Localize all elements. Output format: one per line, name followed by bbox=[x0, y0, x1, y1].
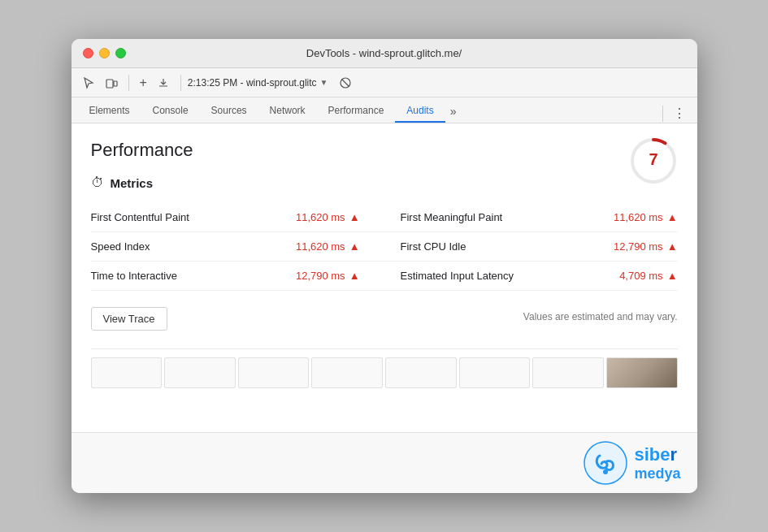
logo-container: siber medya bbox=[584, 441, 680, 485]
logo-medya-text: medya bbox=[634, 465, 680, 482]
section-title: Performance bbox=[91, 140, 678, 161]
metrics-header: ⏱ Metrics bbox=[91, 175, 678, 190]
download-button[interactable] bbox=[153, 73, 174, 93]
estimated-note: Values are estimated and may vary. bbox=[523, 311, 678, 322]
url-text: 2:13:25 PM - wind-sprout.glitc bbox=[188, 77, 317, 89]
url-display: 2:13:25 PM - wind-sprout.glitc ▼ bbox=[188, 77, 328, 89]
svg-rect-10 bbox=[614, 372, 662, 374]
timeline-cell-4 bbox=[311, 357, 383, 388]
logo-sibe-text: siber bbox=[634, 444, 680, 465]
metric-row-si: Speed Index 11,620 ms ▲ bbox=[91, 232, 384, 262]
tab-network[interactable]: Network bbox=[258, 100, 317, 123]
timeline-cell-6 bbox=[459, 357, 531, 388]
bottom-logo-area: siber medya bbox=[72, 432, 697, 493]
metric-row-fmp: First Meaningful Paint 11,620 ms ▲ bbox=[384, 203, 678, 232]
svg-line-3 bbox=[341, 79, 349, 86]
view-trace-button[interactable]: View Trace bbox=[91, 307, 167, 331]
score-svg: 7 bbox=[629, 136, 678, 185]
tab-audits[interactable]: Audits bbox=[395, 100, 445, 123]
metric-name-fcp: First Contentful Paint bbox=[91, 211, 189, 223]
cursor-tool-button[interactable] bbox=[78, 73, 99, 93]
warning-icon-fci: ▲ bbox=[667, 240, 678, 253]
svg-rect-12 bbox=[655, 364, 670, 374]
timeline-cell-5 bbox=[385, 357, 457, 388]
logo-icon bbox=[584, 441, 627, 485]
tab-sources[interactable]: Sources bbox=[200, 100, 258, 123]
score-value: 7 bbox=[649, 150, 657, 168]
svg-rect-1 bbox=[114, 81, 117, 86]
titlebar: DevTools - wind-sprout.glitch.me/ bbox=[72, 39, 697, 68]
add-button[interactable]: + bbox=[136, 72, 151, 93]
tabs-separator bbox=[662, 106, 663, 122]
close-button[interactable] bbox=[83, 48, 93, 58]
main-content: Performance 7 ⏱ Metrics First Contentful… bbox=[72, 123, 697, 432]
more-tabs-button[interactable]: » bbox=[445, 100, 462, 123]
cursor-icon bbox=[82, 76, 95, 89]
metric-value-fmp: 11,620 ms ▲ bbox=[614, 211, 678, 223]
metrics-clock-icon: ⏱ bbox=[91, 175, 104, 190]
logo-text: siber medya bbox=[634, 444, 680, 482]
window-title: DevTools - wind-sprout.glitch.me/ bbox=[306, 47, 462, 59]
metric-row-fci: First CPU Idle 12,790 ms ▲ bbox=[384, 232, 678, 262]
metric-value-tti: 12,790 ms ▲ bbox=[296, 270, 360, 282]
screenshot-preview bbox=[607, 358, 677, 387]
timeline-cell-screenshot bbox=[606, 357, 678, 388]
metric-name-eil: Estimated Input Latency bbox=[401, 270, 514, 282]
svg-rect-0 bbox=[106, 80, 113, 88]
metric-name-fci: First CPU Idle bbox=[401, 240, 466, 253]
metric-row-fcp: First Contentful Paint 11,620 ms ▲ bbox=[91, 203, 384, 232]
block-icon bbox=[339, 76, 352, 89]
score-circle: 7 bbox=[629, 136, 678, 185]
toolbar-separator bbox=[128, 75, 129, 91]
timeline-cell-7 bbox=[532, 357, 604, 388]
metric-name-fmp: First Meaningful Paint bbox=[401, 211, 503, 223]
tab-performance[interactable]: Performance bbox=[317, 100, 396, 123]
metric-row-eil: Estimated Input Latency 4,709 ms ▲ bbox=[384, 262, 678, 291]
warning-icon-tti: ▲ bbox=[349, 270, 360, 282]
tab-elements[interactable]: Elements bbox=[78, 100, 141, 123]
metric-value-eil: 4,709 ms ▲ bbox=[619, 270, 677, 282]
device-icon bbox=[105, 76, 118, 89]
warning-icon-si: ▲ bbox=[349, 240, 360, 253]
metric-name-tti: Time to Interactive bbox=[91, 270, 177, 282]
warning-icon-eil: ▲ bbox=[667, 270, 678, 282]
tab-console[interactable]: Console bbox=[141, 100, 200, 123]
toolbar: + 2:13:25 PM - wind-sprout.glitc ▼ bbox=[72, 68, 697, 97]
warning-icon-fmp: ▲ bbox=[667, 211, 678, 223]
tab-bar: Elements Console Sources Network Perform… bbox=[72, 97, 697, 123]
timeline-cell-3 bbox=[238, 357, 310, 388]
url-dropdown-arrow[interactable]: ▼ bbox=[320, 78, 328, 87]
svg-rect-6 bbox=[607, 358, 677, 387]
minimize-button[interactable] bbox=[99, 48, 110, 58]
metric-value-fci: 12,790 ms ▲ bbox=[614, 240, 678, 253]
timeline-cell-1 bbox=[91, 357, 163, 388]
svg-point-14 bbox=[603, 469, 608, 474]
metric-value-si: 11,620 ms ▲ bbox=[296, 240, 360, 253]
device-toggle-button[interactable] bbox=[101, 73, 122, 93]
metric-row-tti: Time to Interactive 12,790 ms ▲ bbox=[91, 262, 384, 291]
toolbar-separator-2 bbox=[180, 75, 181, 91]
metric-value-fcp: 11,620 ms ▲ bbox=[296, 211, 360, 223]
svg-rect-7 bbox=[611, 361, 672, 383]
window-controls bbox=[83, 48, 126, 58]
tabs-right-area: ⋮ bbox=[657, 104, 691, 123]
maximize-button[interactable] bbox=[115, 48, 126, 58]
svg-rect-11 bbox=[614, 374, 657, 376]
no-throttle-button[interactable] bbox=[335, 73, 356, 93]
metrics-grid: First Contentful Paint 11,620 ms ▲ First… bbox=[91, 203, 678, 291]
download-icon bbox=[157, 76, 170, 89]
metrics-label: Metrics bbox=[111, 176, 154, 190]
kebab-menu-button[interactable]: ⋮ bbox=[668, 104, 691, 123]
svg-rect-9 bbox=[614, 369, 666, 370]
metric-name-si: Speed Index bbox=[91, 240, 150, 253]
timeline-cell-2 bbox=[164, 357, 236, 388]
svg-rect-8 bbox=[614, 364, 649, 367]
devtools-window: DevTools - wind-sprout.glitch.me/ + 2:13… bbox=[72, 39, 697, 493]
warning-icon-fcp: ▲ bbox=[349, 211, 360, 223]
timeline-strip bbox=[91, 348, 678, 389]
